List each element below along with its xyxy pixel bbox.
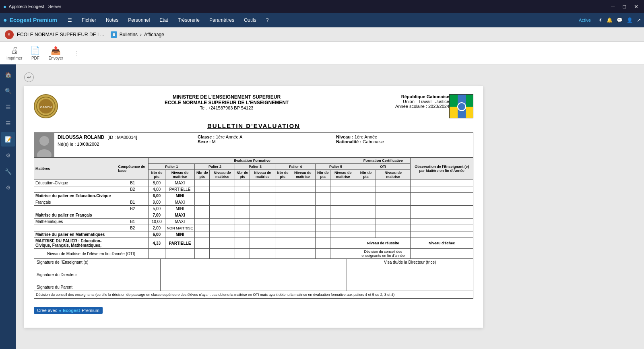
menu-parametres[interactable]: Paramètres [205, 16, 238, 25]
svg-rect-5 [458, 95, 466, 118]
student-nationalite: Gabonaise [363, 139, 384, 144]
menu-etat[interactable]: Etat [155, 16, 172, 25]
decision-note-text: Décision du conseil des enseignants (cer… [36, 293, 394, 297]
th-observation: Observation de l'Enseignant (e) par Mati… [411, 158, 473, 180]
menu-outils[interactable]: Outils [240, 16, 260, 25]
p1-niv: MAXI [165, 219, 195, 225]
school-badge: E [5, 30, 14, 39]
p1-pts: 10,00 [149, 219, 165, 225]
p1-niv: PARTIELLE [165, 238, 195, 249]
breadcrumb-bulletins[interactable]: Bulletins [120, 32, 138, 37]
envoyer-label: Envoyer [48, 56, 63, 60]
breadcrumb: 📋 Bulletins › Affichage [111, 31, 164, 38]
niveau-reussite-cell: Niveau de réussite [356, 238, 411, 249]
th-oti-nbr: Nbr de pts [356, 170, 376, 180]
menu-fichier[interactable]: Fichier [78, 16, 100, 25]
competence-cell: B1 [117, 199, 149, 206]
th-p4-nbr: Nbr de pts [275, 170, 290, 180]
pdf-icon: 📄 [30, 45, 40, 55]
student-birth: Né(e) le : 10/08/2002 [58, 142, 193, 147]
p1-niv: NON MAITRISE [165, 225, 195, 231]
created-badge: Créé avec ● Ecogest Premium [34, 307, 103, 314]
sig-directeur-label: Signature du Directeur [37, 273, 158, 277]
minimize-button[interactable]: ─ [609, 3, 617, 10]
matiere-cell: Maitrise du palier en Education-Civique [34, 193, 117, 199]
th-matieres: Matières [34, 158, 117, 180]
main-layout: 🏠 🔍 ☰ ☰ 📝 ⚙ 🔧 ⚙ ↩ [0, 64, 644, 349]
sidebar-settings2[interactable]: ⚙ [1, 180, 15, 195]
student-more-info: Niveau : 1ère Année Nationalité : Gabona… [334, 133, 473, 157]
svg-text:GABON: GABON [40, 105, 52, 109]
competence-cell: B2 [117, 225, 149, 231]
p1-niv: MINI [165, 231, 195, 238]
th-p3-niv: Niveau de maitrise [250, 170, 275, 180]
user-icon[interactable]: 👤 [627, 17, 633, 23]
p1-niv: MAXI [165, 180, 195, 186]
breadcrumb-affichage[interactable]: Affichage [144, 32, 164, 37]
chat-icon[interactable]: 💬 [617, 17, 623, 23]
sun-icon: ☀ [598, 17, 603, 23]
th-oti: OTI [356, 164, 411, 170]
sidebar: 🏠 🔍 ☰ ☰ 📝 ⚙ 🔧 ⚙ [0, 64, 16, 349]
visa-label: Visa du/de la Directeur (trice) [349, 260, 471, 264]
imprimer-button[interactable]: 🖨 Imprimer [6, 46, 22, 60]
sidebar-list2[interactable]: ☰ [1, 116, 15, 130]
table-row: MAITRISE DU PALIER : Education-Civique, … [34, 238, 473, 249]
close-button[interactable]: ✕ [632, 3, 641, 10]
th-competence: Compétence de base [117, 158, 149, 180]
sig-parent-label: Signature du Parent [37, 285, 158, 289]
table-row: Mathématiques B1 10,00 MAXI [34, 219, 473, 225]
table-row: B2 5,00 MINI [34, 206, 473, 212]
imprimer-label: Imprimer [6, 56, 22, 60]
table-row: Education-Civique B1 8,00 MAXI [34, 180, 473, 186]
oti-label: Niveau de Maitrise de l'élève en fin d'a… [34, 249, 149, 259]
more-options-button[interactable]: ⋮ [74, 50, 79, 56]
student-photo [34, 133, 54, 157]
sidebar-search[interactable]: 🔍 [1, 84, 15, 98]
menu-help[interactable]: ? [262, 16, 273, 25]
sidebar-notes[interactable]: 📝 [1, 132, 15, 147]
bell-icon[interactable]: 🔔 [607, 17, 613, 23]
sidebar-home[interactable]: 🏠 [1, 68, 15, 82]
matiere-cell [34, 225, 117, 231]
competence-cell: B2 [117, 186, 149, 193]
th-p5-niv: Niveau de maitrise [330, 170, 356, 180]
niveau-echec-cell: Niveau d'échec [411, 238, 473, 249]
menu-tresorerie[interactable]: Trésorerie [174, 16, 204, 25]
matiere-cell: Français [34, 199, 117, 206]
school-name: ECOLE NORMALE SUPERIEUR DE L... [17, 32, 104, 37]
envoyer-button[interactable]: 📤 Envoyer [48, 45, 63, 60]
competence-cell [117, 193, 149, 199]
p1-niv: MAXI [165, 212, 195, 219]
pdf-button[interactable]: 📄 PDF [30, 45, 40, 60]
matiere-cell: Mathématiques [34, 219, 117, 225]
decision-note: Décision du conseil des enseignants (cer… [34, 291, 473, 299]
student-sexe: M [212, 139, 215, 144]
hamburger-menu[interactable]: ☰ [64, 16, 76, 25]
p1-pts: 6,00 [149, 231, 165, 238]
sidebar-list1[interactable]: ☰ [1, 100, 15, 114]
sidebar-tools[interactable]: 🔧 [1, 164, 15, 179]
school-text: ECOLE NORMALE SUPERIEUR DE L'ENSEIGNEMEN… [58, 100, 395, 105]
th-p5-nbr: Nbr de pts [316, 170, 330, 180]
sig-enseignant: Signature de l'Enseignant (e) Signature … [34, 259, 161, 291]
pdf-label: PDF [31, 56, 39, 60]
th-p1-nbr: Nbr de pts [149, 170, 165, 180]
matiere-cell: Maitrise du palier en Mathématiques [34, 231, 117, 238]
menu-notes[interactable]: Notes [102, 16, 122, 25]
svg-point-8 [39, 136, 49, 146]
matiere-cell: Maitrise du palier en Français [34, 212, 117, 219]
menu-personnel[interactable]: Personnel [124, 16, 154, 25]
sidebar-settings1[interactable]: ⚙ [1, 148, 15, 163]
matiere-cell: MAITRISE DU PALIER : Education-Civique, … [34, 238, 117, 249]
logout-icon[interactable]: ↗ [637, 17, 641, 23]
matiere-cell [34, 206, 117, 212]
maximize-button[interactable]: □ [620, 3, 628, 10]
back-button[interactable]: ↩ [24, 72, 34, 82]
left-logo: GABON [34, 94, 58, 118]
p1-pts: 5,00 [149, 206, 165, 212]
back-btn-area: ↩ [24, 72, 636, 82]
th-p1-niv: Niveau de maitrise [165, 170, 195, 180]
breadcrumb-arrow: › [140, 32, 142, 37]
sub-header: E ECOLE NORMALE SUPERIEUR DE L... 📋 Bull… [0, 27, 644, 42]
